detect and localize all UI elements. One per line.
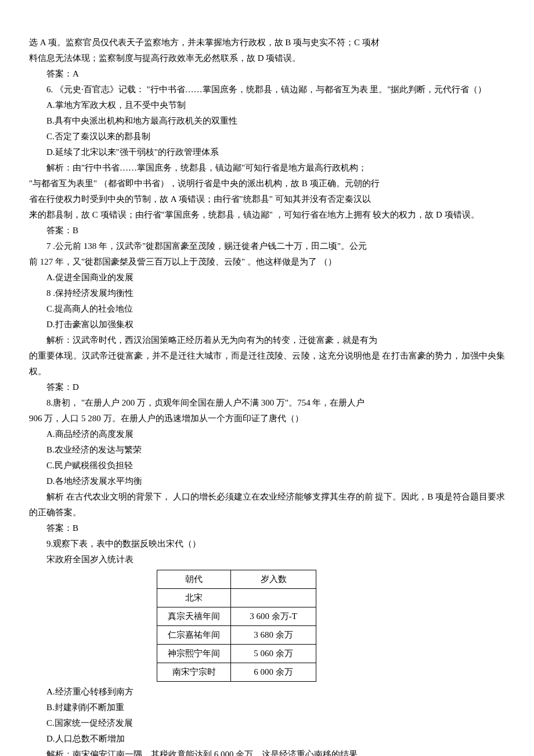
table-cell: 仁宗嘉祐年间 bbox=[157, 626, 231, 645]
table-cell: 6 000 余万 bbox=[231, 663, 316, 682]
q9-analysis: 解析：南宋偏安江南一隅，其税收竟能达到 6 000 余万，这是经济重心南移的结果… bbox=[29, 747, 505, 756]
q7-answer: 答案：D bbox=[29, 379, 505, 395]
q7-stem-1: 7 .公元前 138 年，汉武帝"徙郡国富豪至茂陵，赐迁徙者户钱二十万，田二顷"… bbox=[29, 238, 505, 254]
q9-option-b: B.封建剥削不断加重 bbox=[29, 700, 505, 715]
q6-option-b: B.具有中央派出机构和地方最高行政机关的双重性 bbox=[29, 113, 505, 129]
q6-analysis-3: 省在行使权力时受到中央的节制，故 A 项错误；由行省"统郡县" 可知其并没有否定… bbox=[29, 191, 505, 207]
table-cell bbox=[231, 589, 316, 607]
table-row: 神宗熙宁年间 5 060 余万 bbox=[157, 645, 316, 663]
q6-option-d: D.延续了北宋以来"强干弱枝"的行政管理体系 bbox=[29, 144, 505, 160]
table-row: 朝代 岁入数 bbox=[157, 570, 316, 589]
q8-option-d: D.各地经济发展水平均衡 bbox=[29, 473, 505, 489]
q6-answer: 答案：B bbox=[29, 223, 505, 238]
table-row: 真宗天禧年间 3 600 余万-T bbox=[157, 607, 316, 626]
q8-option-c: C.民户赋税徭役负担轻 bbox=[29, 458, 505, 473]
q9-stem: 9.观察下表，表中的数据反映出宋代（） bbox=[29, 536, 505, 552]
table-cell: 神宗熙宁年间 bbox=[157, 645, 231, 663]
q7-option-a: A.促进全国商业的发展 bbox=[29, 270, 505, 285]
table-cell: 真宗天禧年间 bbox=[157, 607, 231, 626]
q6-analysis-1: 解析：由"行中书省……掌国庶务，统郡县，镇边鄙"可知行省是地方最高行政机构； bbox=[29, 160, 505, 176]
revenue-table: 朝代 岁入数 北宋 真宗天禧年间 3 600 余万-T 仁宗嘉祐年间 3 680… bbox=[157, 570, 316, 682]
q9-option-a: A.经济重心转移到南方 bbox=[29, 684, 505, 700]
q8-stem-1: 8.唐初， "在册人户 200 万，贞观年间全国在册人户不满 300 万"。75… bbox=[29, 395, 505, 411]
intro-answer: 答案：A bbox=[29, 66, 505, 82]
q8-option-a: A.商品经济的高度发展 bbox=[29, 426, 505, 442]
table-header-dynasty: 朝代 bbox=[157, 570, 231, 589]
table-header-revenue: 岁入数 bbox=[231, 570, 316, 589]
q6-option-c: C.否定了秦汉以来的郡县制 bbox=[29, 129, 505, 144]
q7-option-c: C.提高商人的社会地位 bbox=[29, 301, 505, 317]
table-cell: 3 600 余万-T bbox=[231, 607, 316, 626]
table-row: 仁宗嘉祐年间 3 680 余万 bbox=[157, 626, 316, 645]
table-cell: 3 680 余万 bbox=[231, 626, 316, 645]
table-cell: 北宋 bbox=[157, 589, 231, 607]
q8-analysis: 解析 在古代农业文明的背景下， 人口的增长必须建立在农业经济能够支撑其生存的前 … bbox=[29, 489, 505, 520]
q8-stem-2: 906 万，人口 5 280 万。在册人户的迅速增加从一个方面印证了唐代（） bbox=[29, 411, 505, 426]
table-row: 北宋 bbox=[157, 589, 316, 607]
q9-option-d: D.人口总数不断增加 bbox=[29, 731, 505, 747]
q7-analysis-2: 的重要体现。汉武帝迁徙富豪，并不是迁往大城市，而是迁往茂陵、云陵，这充分说明他是… bbox=[29, 348, 505, 379]
table-cell: 南宋宁宗时 bbox=[157, 663, 231, 682]
q7-option-d: D.打击豪富以加强集权 bbox=[29, 317, 505, 332]
q8-option-b: B.农业经济的发达与繁荣 bbox=[29, 442, 505, 458]
q7-analysis-1: 解析：汉武帝时代，西汉治国策略正经历着从无为向有为的转变，迁徙富豪，就是有为 bbox=[29, 332, 505, 348]
q8-answer: 答案：B bbox=[29, 520, 505, 536]
table-cell: 5 060 余万 bbox=[231, 645, 316, 663]
q6-option-a: A.掌地方军政大权，且不受中央节制 bbox=[29, 97, 505, 113]
q6-analysis-4: 来的郡县制，故 C 项错误；由行省"掌国庶务，统郡县，镇边鄙" ，可知行省在地方… bbox=[29, 207, 505, 223]
intro-line-1: 选 A 项。监察官员仅代表天子监察地方，并未掌握地方行政权，故 B 项与史实不符… bbox=[29, 35, 505, 50]
q7-option-b: 8 .保持经济发展均衡性 bbox=[29, 285, 505, 301]
q9-option-c: C.国家统一促经济发展 bbox=[29, 715, 505, 731]
q6-analysis-2: "与都省互为表里" （都省即中书省），说明行省是中央的派出机构，故 B 项正确。… bbox=[29, 176, 505, 191]
table-row: 南宋宁宗时 6 000 余万 bbox=[157, 663, 316, 682]
q7-stem-2: 前 127 年，又"徙郡国豪桀及訾三百万以上于茂陵、云陵" 。他这样做是为了 （… bbox=[29, 254, 505, 270]
intro-line-2: 料信息无法体现；监察制度与提高行政效率无必然联系，故 D 项错误。 bbox=[29, 50, 505, 66]
q6-stem: 6. 《元史·百官志》记载： "行中书省……掌国庶务，统郡县，镇边鄙，与都省互为… bbox=[29, 82, 505, 97]
q9-table-caption: 宋政府全国岁入统计表 bbox=[29, 552, 505, 567]
